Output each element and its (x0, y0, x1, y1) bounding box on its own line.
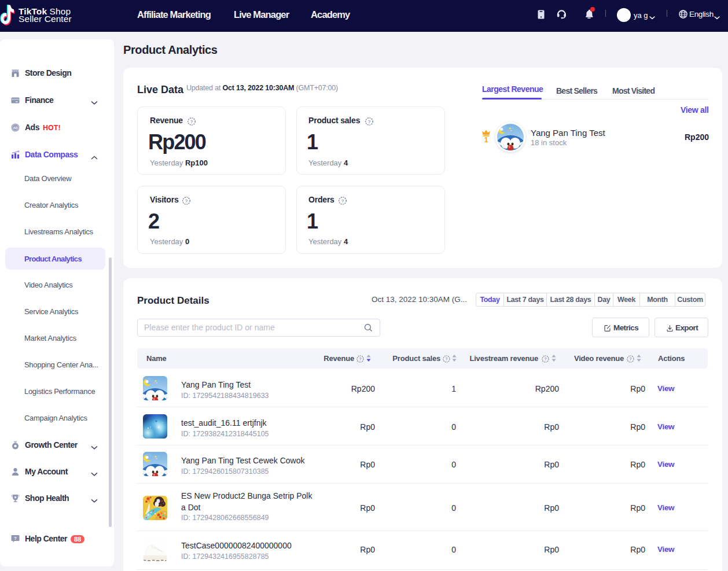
svg-text:?: ? (446, 357, 448, 361)
svg-text:?: ? (185, 198, 188, 204)
svg-text:?: ? (630, 357, 632, 361)
svg-text:?: ? (545, 357, 547, 361)
svg-text:?: ? (368, 119, 371, 124)
svg-text:?: ? (341, 198, 344, 204)
svg-text:?: ? (14, 536, 17, 541)
svg-text:?: ? (190, 119, 193, 124)
svg-text:AD: AD (13, 126, 17, 130)
svg-text:?: ? (359, 357, 362, 361)
